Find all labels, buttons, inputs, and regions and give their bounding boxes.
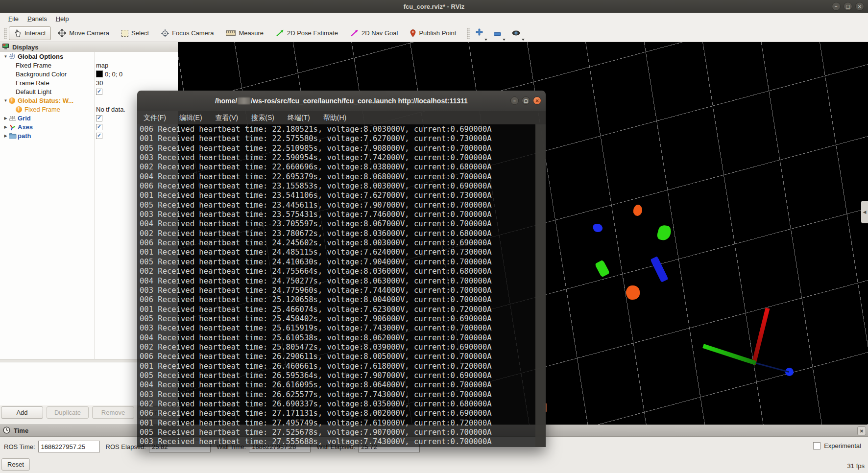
terminal-menu-item-5[interactable]: 帮助(H) [323, 114, 346, 122]
toolbar-grip[interactable] [4, 28, 7, 39]
expander-closed-icon[interactable]: ▶ [2, 116, 9, 120]
terminal-close-icon[interactable]: ✕ [533, 96, 541, 105]
menu-help[interactable]: Help [51, 14, 73, 24]
tree-row-label: Grid [18, 115, 31, 122]
maximize-icon[interactable]: ▢ [844, 2, 852, 11]
tool-minus-icon[interactable] [490, 27, 505, 40]
terminal-titlebar[interactable]: /home//ws-ros/src/fcu_core/launch/fcu_co… [137, 91, 546, 111]
terminal-log-line: 002 Received heartbeat time: 22.660696s,… [140, 163, 546, 172]
terminal-log-line: 006 Received heartbeat time: 26.290611s,… [140, 352, 546, 361]
tree-row-label: Fixed Frame [16, 62, 51, 69]
tool-eye-icon[interactable] [508, 27, 524, 40]
tree-row-value[interactable] [96, 131, 102, 140]
duplicate-button[interactable]: Duplicate [47, 406, 89, 419]
terminal-menu-bar: 文件(F)编辑(E)查看(V)搜索(S)终端(T)帮助(H) [137, 111, 546, 124]
terminal-log-line: 006 Received heartbeat time: 25.120658s,… [140, 295, 546, 305]
terminal-log-line: 001 Received heartbeat time: 23.541106s,… [140, 191, 546, 200]
add-button[interactable]: Add [1, 406, 43, 419]
tree-row-fixed-frame[interactable]: Fixed Framemap [0, 61, 178, 70]
toolbar-grip-2[interactable] [467, 28, 470, 39]
time-panel-close-icon[interactable]: ✕ [857, 426, 866, 435]
tree-row-value[interactable]: No tf data. [96, 105, 125, 114]
tree-row-value[interactable]: 30 [96, 78, 103, 87]
terminal-menu-item-1[interactable]: 编辑(E) [179, 114, 202, 122]
row-checkbox[interactable] [96, 124, 102, 130]
terminal-menu-item-0[interactable]: 文件(F) [144, 114, 166, 122]
tree-row-frame-rate[interactable]: Frame Rate30 [0, 78, 178, 87]
tree-row-global-options[interactable]: ▼Global Options [0, 52, 178, 61]
pin-icon [410, 29, 416, 37]
tool-2d-nav-goal[interactable]: 2D Nav Goal [345, 26, 403, 40]
terminal-scrollbar[interactable] [535, 124, 546, 447]
expander-open-icon[interactable]: ▼ [2, 54, 9, 59]
select-icon [121, 30, 128, 37]
terminal-output[interactable]: 006 Received heartbeat time: 22.180521s,… [137, 124, 546, 447]
tree-row-label: Global Options [18, 53, 63, 60]
tree-row-background-color[interactable]: Background Color0; 0; 0 [0, 70, 178, 78]
tool-2d-pose-estimate[interactable]: 2D Pose Estimate [270, 26, 343, 40]
terminal-log-line: 006 Received heartbeat time: 22.180521s,… [140, 125, 546, 134]
tree-row-value[interactable] [96, 122, 102, 131]
tool-focus-camera[interactable]: Focus Camera [156, 26, 219, 40]
reset-button[interactable]: Reset [1, 458, 30, 471]
focus-camera-icon [161, 29, 169, 37]
terminal-menu-item-2[interactable]: 查看(V) [216, 114, 239, 122]
value-text: map [96, 62, 108, 69]
ros-time-input[interactable] [38, 441, 100, 452]
terminal-log-line: 005 Received heartbeat time: 23.445611s,… [140, 201, 546, 210]
green-arrow-icon [276, 29, 284, 37]
menu-panels[interactable]: Panels [23, 14, 51, 24]
color-swatch [96, 71, 103, 77]
tool-measure[interactable]: Measure [220, 26, 269, 40]
axes-icon [9, 123, 18, 131]
value-text: No tf data. [96, 106, 125, 113]
terminal-title: /home//ws-ros/src/fcu_core/launch/fcu_co… [215, 97, 468, 105]
tree-row-label: Frame Rate [16, 79, 49, 87]
move-camera-icon [58, 29, 66, 37]
collapse-panel-tab[interactable]: ◀ [861, 201, 868, 223]
close-icon[interactable]: ✕ [855, 2, 864, 11]
terminal-log-line: 003 Received heartbeat time: 23.575431s,… [140, 210, 546, 219]
rviz-titlebar: fcu_core.rviz* - RViz − ▢ ✕ [0, 0, 868, 13]
row-checkbox[interactable] [96, 89, 102, 95]
terminal-log-line: 002 Received heartbeat time: 23.780672s,… [140, 229, 546, 238]
terminal-menu-item-3[interactable]: 搜索(S) [251, 114, 274, 122]
row-checkbox[interactable] [96, 115, 102, 121]
terminal-menu-item-4[interactable]: 终端(T) [288, 114, 310, 122]
tree-row-label: Default Light [16, 88, 51, 95]
expander-open-icon[interactable]: ▼ [2, 98, 9, 103]
grid-icon [9, 116, 18, 121]
expander-closed-icon[interactable]: ▶ [2, 125, 9, 129]
row-checkbox[interactable] [96, 133, 102, 139]
tree-row-label: path [18, 132, 31, 140]
tool-interact[interactable]: Interact [9, 26, 51, 40]
menu-bar: FilePanelsHelp [0, 13, 868, 24]
terminal-window[interactable]: /home//ws-ros/src/fcu_core/launch/fcu_co… [137, 91, 546, 447]
tool-label: Select [131, 29, 149, 37]
remove-button[interactable]: Remove [92, 406, 134, 419]
tool-label: Interact [24, 29, 46, 37]
minimize-icon[interactable]: − [832, 2, 841, 11]
terminal-log-line: 001 Received heartbeat time: 27.495749s,… [140, 419, 546, 428]
terminal-log-line: 006 Received heartbeat time: 24.245602s,… [140, 238, 546, 248]
tool-select[interactable]: Select [116, 26, 154, 40]
value-text: 30 [96, 79, 103, 87]
tree-row-value[interactable] [96, 114, 102, 122]
tree-row-value[interactable]: map [96, 61, 108, 70]
tool-move-camera[interactable]: Move Camera [52, 26, 115, 40]
tool-label: Focus Camera [172, 29, 214, 37]
toolbar: InteractMove CameraSelectFocus CameraMea… [0, 24, 868, 42]
displays-panel-header[interactable]: Displays [0, 42, 178, 52]
window-controls: − ▢ ✕ [832, 2, 864, 11]
tool-plus-icon[interactable] [472, 26, 487, 40]
tree-row-value[interactable]: 0; 0; 0 [96, 70, 122, 78]
terminal-minimize-icon[interactable]: − [510, 96, 519, 105]
terminal-log-line: 002 Received heartbeat time: 26.690337s,… [140, 400, 546, 409]
terminal-maximize-icon[interactable]: ▢ [522, 96, 530, 105]
expander-closed-icon[interactable]: ▶ [2, 134, 9, 138]
menu-file[interactable]: File [4, 14, 23, 24]
tree-row-value[interactable] [96, 87, 102, 96]
value-text: 0; 0; 0 [105, 71, 122, 78]
experimental-checkbox[interactable] [813, 442, 820, 449]
tool-publish-point[interactable]: Publish Point [405, 26, 461, 40]
